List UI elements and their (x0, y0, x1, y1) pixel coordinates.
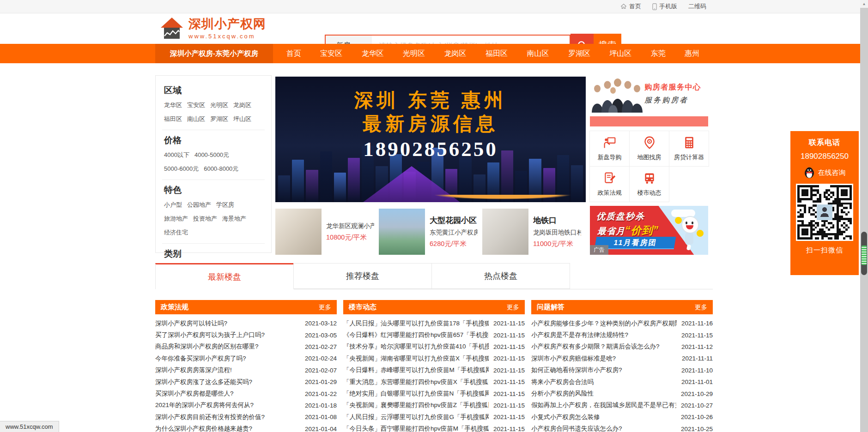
news-item-title[interactable]: 「重大消息」东营哪里能打四价hpv疫苗X「手机搜狐网 (343, 378, 489, 386)
news-item-title[interactable]: 「人民日报」云浮哪里可以打九价疫苗G「手机搜狐网 (343, 413, 489, 421)
nav-item-futian[interactable]: 福田区 (486, 49, 508, 59)
service-label[interactable]: 楼市动态 (637, 189, 662, 197)
tab-latest-listings[interactable]: 最新楼盘 (155, 263, 294, 289)
listing-card[interactable]: 大型花园小区 东莞黄江小产权房 6280元/平米 (379, 209, 482, 255)
service-policy-regulations[interactable]: 政策法规 (589, 166, 630, 202)
filter-item[interactable]: 坪山区 (233, 115, 251, 123)
filter-item[interactable]: 4000以下 (164, 151, 189, 159)
service-map-search[interactable]: 地图找房 (629, 131, 669, 167)
nav-item-huizhou[interactable]: 惠州 (685, 49, 699, 59)
listing-card[interactable]: 龙华新区观澜小产 10800元/平米 (275, 209, 379, 255)
news-item-date: 2021-11-15 (493, 355, 525, 362)
qr-code-label[interactable]: 二维码 (688, 2, 706, 11)
hero-banner[interactable]: 深圳 东莞 惠州 最新房源信息 18902856250 (275, 77, 586, 202)
nav-item-longgang[interactable]: 龙岗区 (444, 49, 467, 59)
more-link[interactable]: 更多 (695, 303, 707, 312)
filter-item[interactable]: 6000-8000元 (204, 165, 238, 173)
news-item-title[interactable]: 为什么深圳小产权房价格越来越贵? (155, 425, 300, 432)
tab-recommended-listings[interactable]: 推荐楼盘 (293, 263, 432, 289)
filter-item[interactable]: 光明区 (210, 101, 228, 109)
service-market-news[interactable]: 楼市动态 (629, 166, 669, 202)
news-item-title[interactable]: 买深圳小产权房都是哪些人? (155, 390, 300, 398)
scrollbar-thumb[interactable] (861, 232, 867, 275)
filter-item[interactable]: 福田区 (164, 115, 182, 123)
filter-item[interactable]: 龙岗区 (233, 101, 251, 109)
news-item-title[interactable]: 分析小产权房的风险性 (531, 390, 676, 398)
news-item-row: 深圳市小产权房赔偿标准是啥?2021-11-11 (531, 353, 713, 364)
tab-hot-listings[interactable]: 热点楼盘 (431, 263, 570, 289)
nav-item-guangming[interactable]: 光明区 (403, 49, 425, 59)
news-item-title[interactable]: 《今日爆料》红河哪里能打四价hpv疫苗657「手机搜狐 (343, 331, 489, 339)
filter-item[interactable]: 宝安区 (187, 101, 205, 109)
news-item-title[interactable]: 「央视新闻」湖南省哪里可以打九价疫苗X「手机搜狐 (343, 354, 489, 363)
news-item-title[interactable]: 小产权房产权有多少期限？期满后会该怎么办? (531, 342, 677, 351)
vertical-scrollbar[interactable]: ▲ (860, 0, 868, 432)
nav-item-home[interactable]: 首页 (286, 49, 301, 59)
news-item-title[interactable]: 『技术分享』哈尔滨哪里可以打九价疫苗410「手机搜 (343, 342, 489, 351)
news-item-title[interactable]: 今年你准备买深圳小产权房了吗? (155, 354, 300, 363)
nav-item-luohu[interactable]: 罗湖区 (568, 49, 590, 59)
scrollbar-up-arrow[interactable]: ▲ (860, 0, 868, 8)
online-consult-button[interactable]: 在线咨询 (790, 167, 859, 179)
filter-item[interactable]: 学区房 (216, 201, 234, 209)
news-item-title[interactable]: 深圳市小产权房赔偿标准是啥? (531, 354, 677, 363)
filter-item[interactable]: 4000-5000元 (194, 151, 229, 159)
listing-card[interactable]: 地铁口 龙岗坂田地铁口村 11000元/平米 (482, 209, 586, 255)
news-item-date: 2021-11-01 (681, 378, 713, 385)
filter-divider (162, 243, 265, 244)
service-label[interactable]: 地图找房 (637, 153, 662, 162)
news-item-date: 2021-10-27 (681, 402, 713, 409)
online-consult-label[interactable]: 在线咨询 (818, 168, 846, 177)
news-item-title[interactable]: 「央视新闻」襄樊哪里能打四价hpv疫苗Z「手机搜狐网 (343, 401, 489, 409)
news-item-title[interactable]: 「人民日报」汕头哪里可以打九价疫苗178「手机搜狐 (343, 319, 489, 328)
filter-item[interactable]: 旅游地产 (164, 215, 188, 223)
news-item-title[interactable]: 「今日头条」西宁哪里能打四价hpv疫苗M「手机搜狐网 (343, 425, 489, 432)
nav-item-dongguan[interactable]: 东莞 (651, 49, 666, 59)
nav-item-pingshan[interactable]: 坪山区 (609, 49, 631, 59)
news-item-title[interactable]: 小产权房能够住多少年？这种类别的小产权房产权期限 (531, 319, 677, 328)
filter-item[interactable]: 海景地产 (222, 215, 246, 223)
mobile-version-link[interactable]: 手机版 (652, 2, 677, 11)
home-link[interactable]: 首页 (620, 2, 641, 11)
filter-item[interactable]: 龙华区 (164, 101, 182, 109)
news-item-title[interactable]: 如何正确地看待深圳市小产权房? (531, 366, 677, 374)
service-team-photo (590, 77, 644, 113)
news-item-title[interactable]: 深圳小产权房涨了这么多还能买吗? (155, 378, 300, 386)
filter-item[interactable]: 公园地产 (187, 201, 211, 209)
news-item-title[interactable]: 买了深圳小产权房可以为孩子上户口吗? (155, 331, 300, 339)
news-item-title[interactable]: 深圳小产权房目前还有没有投资的价值? (155, 413, 300, 421)
news-item-title[interactable]: 深圳小产权房可以转让吗? (155, 319, 300, 328)
home-link-label[interactable]: 首页 (629, 2, 641, 11)
nav-item-nanshan[interactable]: 南山区 (527, 49, 549, 59)
site-logo[interactable]: 深圳小产权网 www.51xcqw.com (159, 17, 266, 40)
nav-item-longhua[interactable]: 龙华区 (362, 49, 384, 59)
service-label[interactable]: 房贷计算器 (674, 153, 704, 162)
news-item-title[interactable]: 小产权房是不是存有法律法规特性? (531, 331, 677, 339)
service-new-listings-guide[interactable]: 新盘导购 (589, 131, 630, 167)
service-label[interactable]: 政策法规 (598, 189, 622, 197)
more-link[interactable]: 更多 (507, 303, 519, 312)
news-item-title[interactable]: 2021年的深圳小产权房将何去何从? (155, 401, 300, 409)
mobile-version-label[interactable]: 手机版 (659, 2, 677, 11)
service-shortcut-grid: 新盘导购 地图找房 房贷计算器 (590, 131, 709, 202)
filter-item[interactable]: 小户型 (164, 201, 182, 209)
news-item-title[interactable]: 深圳小产权房房落深户流程! (155, 366, 300, 374)
filter-item[interactable]: 经济住宅 (164, 228, 188, 237)
news-item-title[interactable]: 假如再加上小产权房，在我国城乡居民是不是早已有充 (531, 401, 676, 409)
promo-ad-banner[interactable]: 优质盘秒杀 最省月“价到” 11月看房团 广告 (590, 206, 708, 255)
news-item-title[interactable]: 小产权房合同书遗失应该怎么办? (531, 425, 676, 432)
more-link[interactable]: 更多 (319, 303, 331, 312)
service-mortgage-calculator[interactable]: 房贷计算器 (669, 131, 709, 167)
nav-item-baoan[interactable]: 宝安区 (320, 49, 342, 59)
news-item-title[interactable]: 将来小产权房会合法吗 (531, 378, 677, 386)
service-label[interactable]: 新盘导购 (598, 153, 622, 162)
news-item-title[interactable]: 「今日爆料」赤峰哪里可以打九价疫苗M「手机搜狐网 (343, 366, 489, 374)
filter-item[interactable]: 南山区 (187, 115, 205, 123)
news-item-title[interactable]: 小复式小产权房怎么装修 (531, 413, 676, 421)
filter-item[interactable]: 5000-6000元 (164, 165, 199, 173)
news-item-title[interactable]: 「绝对实用」白银哪里可以打九价疫苗N「手机搜狐网 (343, 390, 489, 398)
qr-code-link[interactable]: 二维码 (688, 2, 706, 11)
filter-item[interactable]: 罗湖区 (210, 115, 228, 123)
news-item-title[interactable]: 商品房和深圳小产权房的区别在哪里? (155, 342, 300, 351)
filter-item[interactable]: 投资地产 (193, 215, 217, 223)
